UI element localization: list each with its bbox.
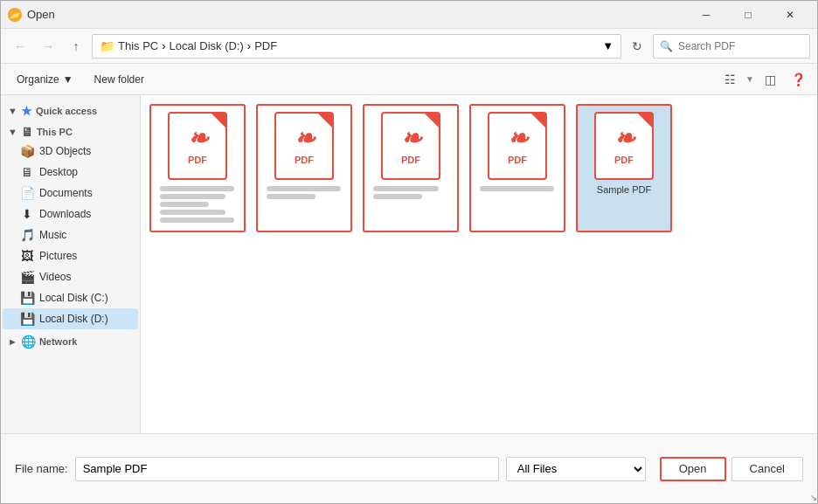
videos-icon: 🎬 [20,270,34,284]
bottom-buttons: Open Cancel [660,457,803,481]
sidebar-item-downloads-label: Downloads [39,208,91,220]
sidebar-item-local-disk-d-label: Local Disk (D:) [39,313,108,325]
desktop-icon: 🖥 [20,165,34,179]
pdf-icon: ❧ PDF [380,111,441,181]
music-icon: 🎵 [20,228,34,242]
file-name-input[interactable] [75,457,499,481]
sidebar-item-videos-label: Videos [39,271,71,283]
pdf-icon: ❧ PDF [593,111,655,181]
folder-icon: 📁 [100,39,114,53]
sidebar-item-desktop-label: Desktop [39,166,78,178]
sidebar-section-network[interactable]: ► 🌐 Network [1,329,140,350]
sidebar-item-desktop[interactable]: 🖥 Desktop [3,162,138,183]
list-item[interactable]: ❧ PDF [256,104,352,232]
sidebar-item-music[interactable]: 🎵 Music [3,224,138,245]
sidebar-section-quick-access[interactable]: ▼ ★ Quick access [1,99,140,120]
path-this-pc[interactable]: This PC [118,39,158,52]
file-name: Sample PDF [597,184,651,195]
file-name-label: File name: [15,462,68,475]
sidebar-item-3d-objects-label: 3D Objects [39,145,91,157]
cancel-button[interactable]: Cancel [731,457,803,481]
file-details [156,183,239,225]
list-item[interactable]: ❧ PDF [149,104,246,232]
this-pc-icon: 🖥 [21,125,33,139]
pdf-icon: ❧ PDF [487,111,548,181]
sidebar-item-documents[interactable]: 📄 Documents [3,183,138,204]
sidebar-item-music-label: Music [39,229,66,241]
bottom-bar: File name: All Files Open Cancel [1,433,817,503]
refresh-button[interactable]: ↻ [625,34,649,59]
sidebar-item-local-disk-d[interactable]: 💾 Local Disk (D:) [3,308,138,329]
search-wrapper: 🔍 [653,34,810,59]
this-pc-label: This PC [37,127,73,137]
search-icon: 🔍 [660,40,673,52]
sidebar-item-local-disk-c[interactable]: 💾 Local Disk (C:) [3,287,138,308]
maximize-button[interactable]: □ [728,1,768,29]
address-bar: ← → ↑ 📁 This PC › Local Disk (D:) › PDF … [1,29,817,64]
pdf-icon: ❧ PDF [274,111,335,181]
path-pdf[interactable]: PDF [254,39,277,52]
title-bar-controls: ─ □ ✕ [686,1,810,29]
organize-label: Organize [17,73,59,86]
content-area: ▼ ★ Quick access ▼ 🖥 This PC 📦 3D Object… [1,95,817,433]
minimize-button[interactable]: ─ [686,1,726,29]
network-icon: 🌐 [21,335,36,349]
file-details [263,183,345,202]
quick-access-star-icon: ★ [21,104,32,118]
documents-icon: 📄 [20,186,34,200]
toolbar: Organize ▼ New folder ☷ ▼ ◫ ❓ [1,64,817,95]
close-button[interactable]: ✕ [770,1,810,29]
sidebar-item-pictures[interactable]: 🖼 Pictures [3,245,138,266]
this-pc-chevron-icon: ▼ [8,127,17,137]
file-area: ❧ PDF ❧ PDF [141,95,817,433]
path-local-disk[interactable]: Local Disk (D:) [170,39,244,52]
pdf-icon: ❧ PDF [167,111,228,181]
downloads-icon: ⬇ [20,207,34,221]
list-item[interactable]: ❧ PDF [469,104,565,232]
new-folder-label: New folder [94,73,144,86]
sidebar-section-this-pc[interactable]: ▼ 🖥 This PC [1,120,140,141]
organize-chevron-icon: ▼ [63,73,73,86]
quick-access-chevron-icon: ▼ [8,106,17,116]
open-button[interactable]: Open [660,457,726,481]
local-disk-d-icon: 💾 [20,312,34,326]
toolbar-right: ☷ ▼ ◫ ❓ [717,68,810,91]
sidebar-item-downloads[interactable]: ⬇ Downloads [3,204,138,224]
title-bar: 📂 Open ─ □ ✕ [1,1,817,29]
network-chevron-icon: ► [8,336,17,347]
back-button[interactable]: ← [8,34,32,59]
list-item[interactable]: ❧ PDF Sample PDF [576,104,672,232]
dialog-icon: 📂 [8,8,22,22]
preview-pane-button[interactable]: ◫ [758,68,782,91]
sidebar-item-videos[interactable]: 🎬 Videos [3,266,138,287]
view-toggle-button[interactable]: ☷ [717,68,742,91]
open-dialog: 📂 Open ─ □ ✕ ← → ↑ 📁 This PC › Local Dis… [0,0,818,504]
organize-button[interactable]: Organize ▼ [8,68,82,91]
sidebar-item-documents-label: Documents [39,187,93,199]
view-chevron-icon: ▼ [745,74,754,84]
up-button[interactable]: ↑ [64,34,88,59]
search-input[interactable] [653,34,810,59]
address-path: 📁 This PC › Local Disk (D:) › PDF ▼ [92,34,621,59]
sidebar-item-3d-objects[interactable]: 📦 3D Objects [3,141,138,162]
list-item[interactable]: ❧ PDF [363,104,459,232]
file-details [370,183,452,202]
file-type-select[interactable]: All Files [506,457,646,481]
new-folder-button[interactable]: New folder [86,68,153,91]
local-disk-c-icon: 💾 [20,291,34,305]
sidebar-item-local-disk-c-label: Local Disk (C:) [39,292,108,304]
help-button[interactable]: ❓ [786,68,810,91]
resize-handle[interactable]: ↘ [807,493,817,503]
title-bar-text: Open [27,8,686,21]
sidebar-item-pictures-label: Pictures [39,250,77,262]
3d-objects-icon: 📦 [20,144,34,158]
network-label: Network [39,336,77,347]
forward-button[interactable]: → [36,34,60,59]
file-details [476,183,558,194]
pictures-icon: 🖼 [20,249,34,263]
sidebar: ▼ ★ Quick access ▼ 🖥 This PC 📦 3D Object… [1,95,141,433]
quick-access-label: Quick access [36,106,97,116]
